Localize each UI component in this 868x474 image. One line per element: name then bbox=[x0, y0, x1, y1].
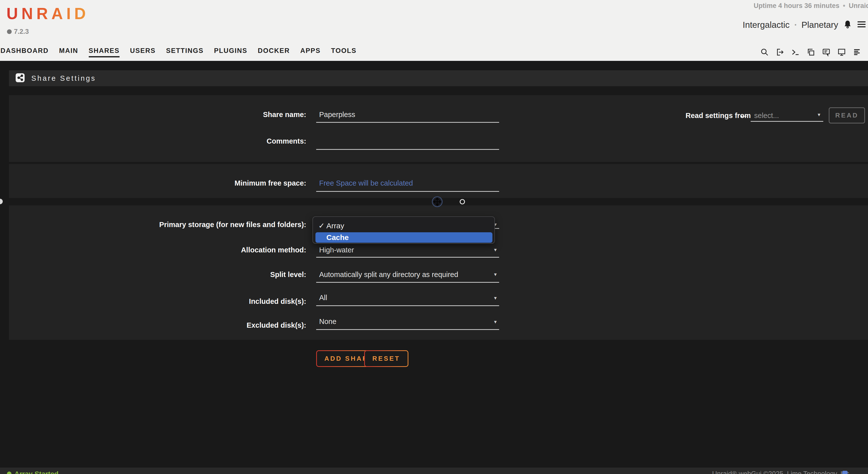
read-settings-select-arrow-icon[interactable]: ▼ bbox=[817, 112, 821, 117]
header: UNRAID 7.2.3 Uptime 4 hours 36 minutes•U… bbox=[0, 0, 868, 61]
excluded-disks-select-arrow-icon[interactable]: ▼ bbox=[493, 319, 498, 325]
server-line: Intergalactic • Planetary bbox=[743, 18, 866, 32]
uptime-text: Uptime 4 hours 36 minutes bbox=[754, 2, 839, 9]
dropdown-option-array[interactable]: ✓Array bbox=[315, 221, 492, 231]
nav-dashboard[interactable]: DASHBOARD bbox=[0, 47, 49, 57]
nav-users[interactable]: USERS bbox=[130, 47, 156, 57]
version-number: 7.2.3 bbox=[14, 28, 29, 36]
os-prefix: Unraid OS bbox=[849, 2, 868, 9]
primary-storage-dropdown: ✓Array Cache bbox=[312, 216, 495, 244]
split-level-select[interactable]: Automatically split any directory as req… bbox=[319, 270, 458, 279]
excluded-disks-underline bbox=[316, 329, 499, 330]
comments-underline bbox=[316, 149, 499, 150]
min-free-label: Minimum free space: bbox=[0, 178, 306, 188]
excluded-disks-row: Excluded disk(s): None ▼ bbox=[0, 320, 868, 330]
version-label: 7.2.3 bbox=[7, 28, 29, 36]
unraid-share-settings-screen: UNRAID 7.2.3 Uptime 4 hours 36 minutes•U… bbox=[0, 0, 868, 474]
unraid-logo[interactable]: UNRAID bbox=[6, 4, 89, 23]
included-disks-underline bbox=[316, 305, 499, 306]
array-status-dot-icon bbox=[7, 472, 11, 474]
version-dot-icon bbox=[7, 29, 12, 34]
read-button[interactable]: READ bbox=[829, 107, 865, 124]
min-free-input[interactable]: Free Space will be calculated bbox=[319, 178, 413, 188]
comments-row: Comments: bbox=[0, 136, 868, 146]
allocation-underline bbox=[316, 257, 499, 258]
nav-main[interactable]: MAIN bbox=[59, 47, 78, 57]
read-settings-underline bbox=[751, 121, 823, 122]
allocation-label: Allocation method: bbox=[0, 245, 306, 255]
included-disks-label: Included disk(s): bbox=[0, 296, 306, 306]
log-icon[interactable] bbox=[852, 48, 862, 57]
share-icon[interactable] bbox=[16, 73, 25, 83]
share-name-underline bbox=[316, 122, 499, 123]
page-title-bar: Share Settings bbox=[9, 70, 868, 86]
terminal-icon[interactable] bbox=[791, 48, 800, 57]
read-settings-select[interactable]: select... bbox=[754, 110, 779, 121]
ring-icon bbox=[459, 199, 465, 206]
nav-tools[interactable]: TOOLS bbox=[331, 47, 357, 57]
primary-storage-label: Primary storage (for new files and folde… bbox=[0, 219, 306, 230]
copy-icon[interactable] bbox=[806, 48, 815, 57]
check-icon: ✓ bbox=[315, 221, 327, 231]
dropdown-option-cache-label: Cache bbox=[327, 233, 349, 241]
footer-copyright: Unraid® webGui ©2025, Lime Technology, I… bbox=[712, 470, 851, 474]
excluded-disks-select[interactable]: None bbox=[319, 316, 336, 327]
dropdown-option-cache[interactable]: Cache bbox=[315, 232, 492, 243]
move-cursor-icon bbox=[432, 196, 443, 208]
nav-docker[interactable]: DOCKER bbox=[258, 47, 290, 57]
monitor-icon[interactable] bbox=[837, 48, 846, 57]
share-name-input[interactable]: Paperpless bbox=[319, 109, 355, 120]
uptime-separator: • bbox=[843, 2, 845, 9]
logout-icon[interactable] bbox=[776, 48, 784, 57]
allocation-select[interactable]: High-water bbox=[319, 245, 354, 255]
included-disks-select[interactable]: All bbox=[319, 293, 327, 303]
min-free-underline bbox=[316, 191, 499, 192]
excluded-disks-label: Excluded disk(s): bbox=[0, 320, 306, 330]
comments-label: Comments: bbox=[0, 136, 306, 146]
allocation-row: Allocation method: High-water ▼ bbox=[0, 245, 868, 255]
dropdown-option-array-label: Array bbox=[327, 222, 344, 230]
split-level-select-arrow-icon[interactable]: ▼ bbox=[493, 272, 498, 277]
arrow-left-icon: ← bbox=[739, 109, 749, 121]
server-name[interactable]: Intergalactic bbox=[743, 20, 790, 30]
split-level-row: Split level: Automatically split any dir… bbox=[0, 270, 868, 279]
server-description: Planetary bbox=[801, 20, 838, 30]
feedback-icon[interactable] bbox=[822, 48, 831, 57]
uptime-line: Uptime 4 hours 36 minutes•Unraid OS Star… bbox=[754, 2, 868, 10]
reset-button[interactable]: RESET bbox=[364, 350, 408, 367]
nav-settings[interactable]: SETTINGS bbox=[166, 47, 204, 57]
page-title: Share Settings bbox=[31, 74, 96, 82]
search-icon[interactable] bbox=[760, 48, 769, 57]
footer: Array Started Unraid® webGui ©2025, Lime… bbox=[0, 468, 868, 474]
allocation-select-arrow-icon[interactable]: ▼ bbox=[493, 247, 498, 253]
footer-link-icon[interactable] bbox=[842, 471, 848, 474]
split-level-label: Split level: bbox=[0, 270, 306, 279]
included-disks-row: Included disk(s): All ▼ bbox=[0, 296, 868, 306]
share-name-label: Share name: bbox=[0, 109, 306, 120]
panel-share-identity bbox=[9, 95, 868, 162]
split-level-underline bbox=[316, 282, 499, 283]
nav-plugins[interactable]: PLUGINS bbox=[214, 47, 247, 57]
reset-button-label: RESET bbox=[365, 351, 408, 366]
menu-hamburger-icon[interactable] bbox=[857, 21, 866, 29]
server-separator: • bbox=[795, 22, 797, 28]
min-free-row: Minimum free space: Free Space will be c… bbox=[0, 178, 868, 188]
included-disks-select-arrow-icon[interactable]: ▼ bbox=[493, 295, 498, 301]
bell-icon[interactable] bbox=[843, 20, 852, 30]
array-status: Array Started bbox=[14, 470, 58, 474]
edge-dot-icon bbox=[0, 199, 3, 205]
header-toolbar bbox=[760, 44, 868, 60]
nav-shares[interactable]: SHARES bbox=[89, 47, 120, 57]
nav-apps[interactable]: APPS bbox=[300, 47, 321, 57]
primary-storage-underline-fragment bbox=[495, 228, 499, 229]
main-nav: DASHBOARD MAIN SHARES USERS SETTINGS PLU… bbox=[0, 44, 356, 60]
